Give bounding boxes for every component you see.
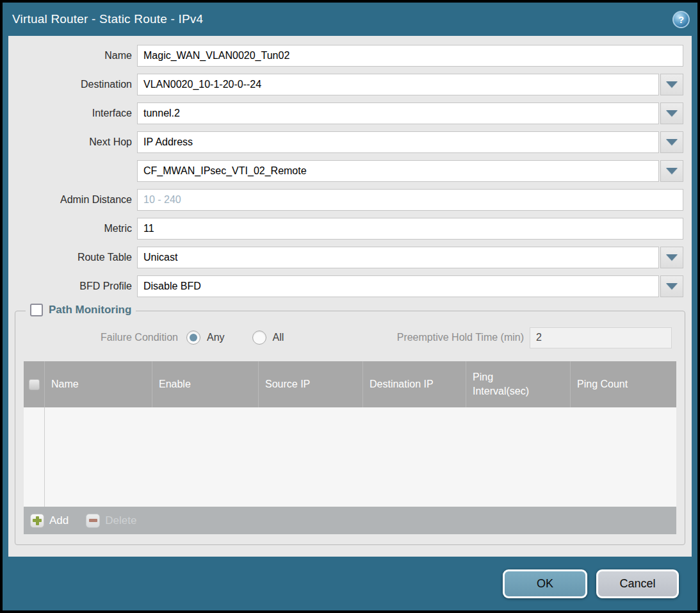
admin-distance-label: Admin Distance [8,194,137,206]
next-hop-row: Next Hop [8,131,692,153]
destination-row: Destination [8,74,692,95]
bfd-profile-input[interactable] [137,275,659,297]
next-hop-address-dropdown-button[interactable] [660,160,683,182]
column-header-destination-ip: Destination IP [362,361,466,407]
route-table-input[interactable] [137,247,659,268]
chevron-down-icon [666,254,678,261]
delete-button[interactable]: Delete [86,514,136,528]
interface-row: Interface [8,102,692,124]
destination-dropdown-button[interactable] [660,74,683,95]
path-monitoring-title: Path Monitoring [49,304,131,316]
bottombar: OK Cancel [3,557,697,610]
next-hop-label: Next Hop [8,136,137,148]
select-all-cell [24,361,44,407]
column-header-name: Name [44,361,152,407]
next-hop-address-input[interactable] [137,160,659,182]
name-label: Name [8,50,137,61]
chevron-down-icon [666,110,678,117]
admin-distance-input[interactable] [137,189,683,211]
delete-button-label: Delete [105,514,136,527]
plus-icon [30,514,44,528]
failure-condition-label: Failure Condition [101,332,178,343]
chevron-down-icon [666,283,678,290]
failure-condition-any-label: Any [207,332,225,343]
route-table-row: Route Table [8,247,692,268]
route-table-label: Route Table [8,252,137,263]
next-hop-address-row [8,160,692,182]
next-hop-type-dropdown-button[interactable] [660,131,683,153]
name-row: Name [8,45,692,67]
path-monitoring-legend: Path Monitoring [26,304,136,316]
ok-button[interactable]: OK [503,569,587,598]
next-hop-type-input[interactable] [137,131,659,153]
bfd-profile-dropdown-button[interactable] [660,275,683,297]
preemptive-hold-time-label: Preemptive Hold Time (min) [397,332,524,343]
bfd-profile-label: BFD Profile [8,281,137,292]
failure-condition-all-label: All [273,332,284,343]
preemptive-hold-time-input[interactable] [530,327,672,348]
destination-input[interactable] [137,74,659,95]
select-all-checkbox[interactable] [29,379,40,390]
column-header-ping-count: Ping Count [570,361,676,407]
name-input[interactable] [137,45,683,67]
add-button[interactable]: Add [30,514,69,528]
column-header-ping-interval: Ping Interval(sec) [466,361,570,407]
route-table-dropdown-button[interactable] [660,247,683,268]
titlebar: Virtual Router - Static Route - IPv4 ? [3,3,697,36]
chevron-down-icon [666,139,678,145]
table-header: Name Enable Source IP Destination IP Pin… [24,361,676,407]
metric-label: Metric [8,223,137,234]
interface-label: Interface [8,108,137,119]
dialog-content: Name Destination Interface [8,36,692,557]
chevron-down-icon [666,168,678,174]
table-footer: Add Delete [24,507,676,534]
path-monitoring-group: Path Monitoring Failure Condition Any Al… [15,311,685,545]
add-button-label: Add [49,514,69,527]
help-icon[interactable]: ? [672,11,690,28]
metric-input[interactable] [137,218,683,240]
failure-condition-row: Failure Condition Any All Preemptive Hol… [24,327,676,348]
bfd-profile-row: BFD Profile [8,275,692,297]
path-monitoring-table: Name Enable Source IP Destination IP Pin… [24,361,676,534]
minus-icon [86,514,100,528]
metric-row: Metric [8,218,692,240]
admin-distance-row: Admin Distance [8,189,692,211]
table-body-empty [24,407,676,507]
column-header-source-ip: Source IP [258,361,362,407]
cancel-button[interactable]: Cancel [596,569,679,598]
interface-input[interactable] [137,102,659,124]
chevron-down-icon [666,81,678,88]
path-monitoring-checkbox[interactable] [30,304,43,316]
failure-condition-all-radio[interactable] [252,331,266,345]
dialog-title: Virtual Router - Static Route - IPv4 [12,12,203,26]
column-header-enable: Enable [152,361,258,407]
interface-dropdown-button[interactable] [660,102,683,124]
destination-label: Destination [8,79,137,90]
failure-condition-any-radio[interactable] [186,331,200,345]
static-route-dialog: Virtual Router - Static Route - IPv4 ? N… [0,0,700,613]
